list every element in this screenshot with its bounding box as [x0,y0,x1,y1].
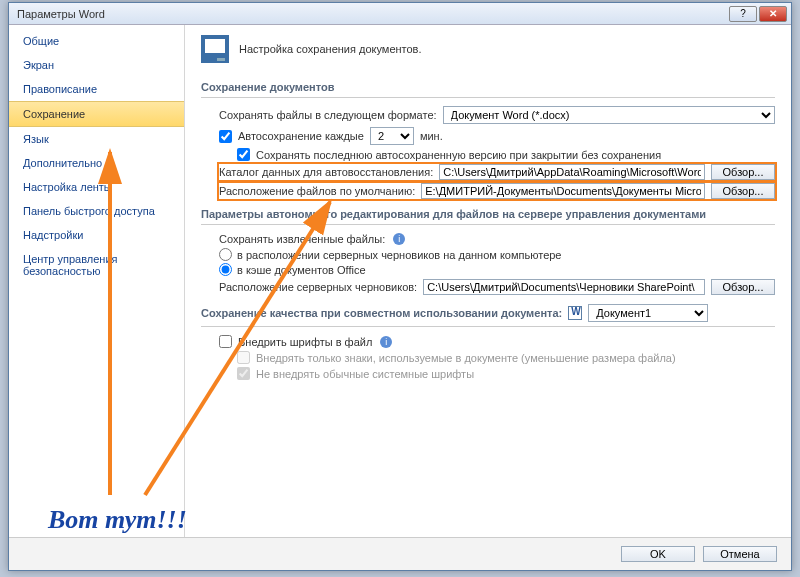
embed-only-used-checkbox [237,351,250,364]
page-title: Настройка сохранения документов. [239,43,422,55]
section-preserve-fidelity-label: Сохранение качества при совместном испол… [201,307,562,319]
sidebar-item-addins[interactable]: Надстройки [9,223,184,247]
autosave-unit: мин. [420,130,443,142]
autosave-minutes[interactable]: 2 [370,127,414,145]
dialog-footer: OK Отмена [9,537,791,570]
section-save-documents: Сохранение документов [201,75,775,98]
sidebar-item-display[interactable]: Экран [9,53,184,77]
sidebar-item-save[interactable]: Сохранение [9,101,184,127]
keep-last-autosave-label: Сохранять последнюю автосохраненную верс… [256,149,661,161]
server-drafts-browse-button[interactable]: Обзор... [711,279,775,295]
server-drafts-input[interactable] [423,279,705,295]
sidebar-item-proofing[interactable]: Правописание [9,77,184,101]
radio-office-cache[interactable] [219,263,232,276]
section-server-offline: Параметры автономного редактирования для… [201,202,775,225]
save-icon [201,35,229,63]
autorecover-browse-button[interactable]: Обзор... [711,164,775,180]
cancel-button[interactable]: Отмена [703,546,777,562]
sidebar-item-ribbon[interactable]: Настройка ленты [9,175,184,199]
keep-last-autosave-checkbox[interactable] [237,148,250,161]
save-format-label: Сохранять файлы в следующем формате: [219,109,437,121]
help-button[interactable]: ? [729,6,757,22]
embed-fonts-label: Внедрить шрифты в файл [238,336,372,348]
sidebar-item-general[interactable]: Общие [9,29,184,53]
sidebar-item-language[interactable]: Язык [9,127,184,151]
dialog-body: Общие Экран Правописание Сохранение Язык… [9,25,791,537]
sidebar: Общие Экран Правописание Сохранение Язык… [9,25,185,537]
autorecover-path-label: Каталог данных для автовосстановления: [219,166,433,178]
sidebar-item-advanced[interactable]: Дополнительно [9,151,184,175]
titlebar: Параметры Word ? ✕ [9,3,791,25]
sidebar-item-qat[interactable]: Панель быстрого доступа [9,199,184,223]
help-icon[interactable]: i [380,336,392,348]
default-location-label: Расположение файлов по умолчанию: [219,185,415,197]
radio-server-drafts-label: в расположении серверных черновиков на д… [237,249,561,261]
autorecover-path-input[interactable] [439,164,705,180]
default-location-input[interactable] [421,183,705,199]
annotation-text: Вот тут!!! [48,505,187,535]
content-pane: Настройка сохранения документов. Сохране… [185,25,791,537]
window-title: Параметры Word [17,8,729,20]
section-preserve-fidelity: Сохранение качества при совместном испол… [201,298,775,327]
server-drafts-label: Расположение серверных черновиков: [219,281,417,293]
options-dialog: Параметры Word ? ✕ Общие Экран Правописа… [8,2,792,571]
save-checkedout-label: Сохранять извлеченные файлы: [219,233,385,245]
autosave-checkbox[interactable] [219,130,232,143]
embed-only-used-label: Внедрять только знаки, используемые в до… [256,352,676,364]
no-sys-fonts-label: Не внедрять обычные системные шрифты [256,368,474,380]
default-location-browse-button[interactable]: Обзор... [711,183,775,199]
sidebar-item-trust[interactable]: Центр управления безопасностью [9,247,184,283]
radio-office-cache-label: в кэше документов Office [237,264,366,276]
save-format-select[interactable]: Документ Word (*.docx) [443,106,775,124]
help-icon[interactable]: i [393,233,405,245]
no-sys-fonts-checkbox [237,367,250,380]
fidelity-document-select[interactable]: Документ1 [588,304,708,322]
window-buttons: ? ✕ [729,6,787,22]
autosave-label: Автосохранение каждые [238,130,364,142]
embed-fonts-checkbox[interactable] [219,335,232,348]
close-button[interactable]: ✕ [759,6,787,22]
ok-button[interactable]: OK [621,546,695,562]
page-header: Настройка сохранения документов. [201,35,775,63]
radio-server-drafts[interactable] [219,248,232,261]
document-icon [568,306,582,320]
